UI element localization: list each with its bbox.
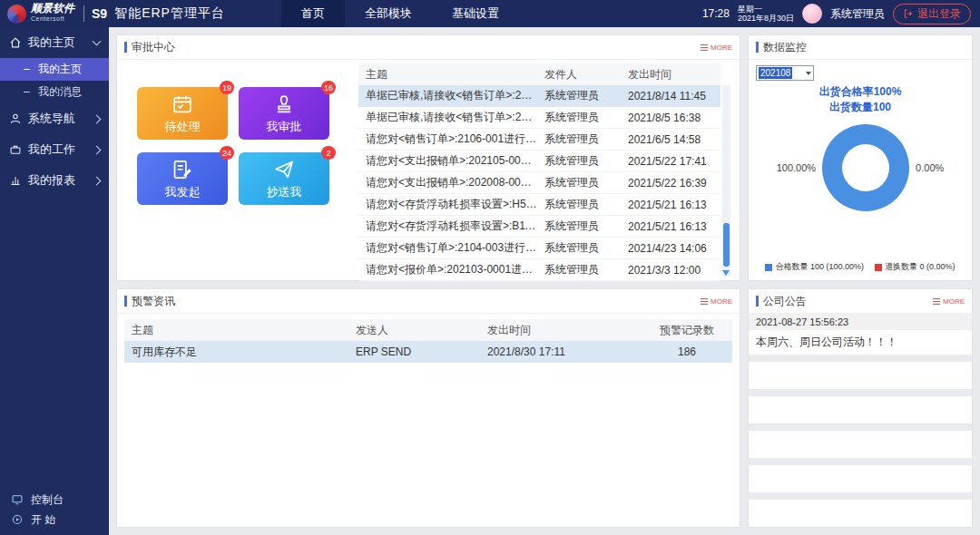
row-sender: 系统管理员 bbox=[544, 88, 628, 103]
top-header: 顺景软件 Centersoft S9 智能ERP管理平台 首页 全部模块 基础设… bbox=[0, 0, 980, 27]
row-subject: 单据已审核,请接收<销售订单>:2105-001 bbox=[358, 88, 544, 103]
home-icon bbox=[9, 36, 23, 49]
donut-chart bbox=[822, 124, 909, 211]
console-label: 控制台 bbox=[31, 492, 64, 508]
announcements-more-link[interactable]: MORE bbox=[933, 297, 965, 306]
table-row[interactable]: 请您对<报价单>:202103-0001进行[审核] 系统管理员 2021/3/… bbox=[358, 259, 720, 281]
approval-center-panel: 审批中心 MORE 19 待处理 bbox=[116, 34, 740, 281]
table-row[interactable]: 单据已审核,请接收<销售订单>:2104-002 系统管理员 2021/8/5 … bbox=[358, 107, 720, 129]
console-button[interactable]: 控制台 bbox=[0, 490, 109, 510]
tile-label: 我发起 bbox=[165, 184, 201, 200]
pending-tasks-icon bbox=[171, 92, 194, 116]
more-label: MORE bbox=[943, 297, 965, 306]
table-row[interactable]: 单据已审核,请接收<销售订单>:2105-001 系统管理员 2021/8/14… bbox=[358, 85, 720, 107]
legend-label: 合格数量 100 (100.00%) bbox=[775, 261, 864, 273]
table-row[interactable]: 请您对<存货浮动耗损率设置>:B11000001进行[审核] 系统管理员 202… bbox=[358, 216, 720, 238]
tab-basic-settings[interactable]: 基础设置 bbox=[432, 0, 519, 27]
user-avatar[interactable] bbox=[802, 4, 822, 24]
announcement-time: 2021-08-27 15:56:23 bbox=[749, 314, 972, 330]
start-button[interactable]: 开 始 bbox=[0, 510, 109, 530]
announcement-placeholder bbox=[749, 465, 972, 492]
badge-count: 2 bbox=[321, 146, 336, 160]
sidebar-item-my-home[interactable]: 我的主页 bbox=[0, 27, 109, 58]
table-row[interactable]: 请您对<销售订单>:2106-001进行[一审] 系统管理员 2021/6/5 … bbox=[358, 129, 720, 151]
table-row[interactable]: 请您对<销售订单>:2104-003进行[一审] 系统管理员 2021/4/23… bbox=[358, 238, 720, 259]
row-record-count: 186 bbox=[642, 345, 732, 358]
table-row[interactable]: 请您对<存货浮动耗损率设置>:H54R1S006002进行[审核] 系统管理员 … bbox=[358, 194, 720, 216]
table-row[interactable]: 请您对<支出报销单>:202105-0002进行[审核] 系统管理员 2021/… bbox=[358, 151, 720, 172]
start-label: 开 始 bbox=[31, 512, 55, 528]
panel-title: 公司公告 bbox=[763, 294, 807, 309]
row-sender: 系统管理员 bbox=[544, 240, 628, 256]
row-subject: 请您对<销售订单>:2106-001进行[一审] bbox=[358, 131, 544, 147]
tile-cc-me[interactable]: 2 抄送我 bbox=[239, 152, 329, 205]
table-row[interactable]: 请您对<支出报销单>:202008-0001进行[审核] 系统管理员 2021/… bbox=[358, 172, 720, 194]
scroll-down-arrow-icon[interactable] bbox=[722, 270, 730, 276]
panel-accent-bar bbox=[124, 296, 127, 306]
approval-more-link[interactable]: MORE bbox=[701, 44, 732, 52]
shipment-pass-rate: 出货合格率100% bbox=[756, 84, 965, 100]
row-sender: 系统管理员 bbox=[544, 131, 628, 147]
chevron-down-icon bbox=[93, 37, 102, 46]
sidebar-item-system-nav[interactable]: 系统导航 bbox=[0, 103, 109, 134]
alerts-more-link[interactable]: MORE bbox=[701, 297, 732, 306]
tile-pending[interactable]: 19 待处理 bbox=[137, 87, 228, 140]
tab-home[interactable]: 首页 bbox=[281, 0, 345, 27]
divider bbox=[83, 5, 84, 22]
row-sender: 系统管理员 bbox=[544, 219, 628, 234]
badge-count: 24 bbox=[220, 146, 234, 160]
tile-my-approvals[interactable]: 16 我审批 bbox=[239, 87, 329, 140]
sidebar-item-my-reports[interactable]: 我的报表 bbox=[0, 165, 109, 196]
tile-my-initiated[interactable]: 24 我发起 bbox=[137, 152, 228, 205]
more-label: MORE bbox=[710, 297, 732, 306]
tile-label: 我审批 bbox=[267, 119, 302, 135]
select-dropdown-arrow-icon bbox=[806, 72, 811, 75]
announcement-item[interactable]: 2021-08-27 15:56:23 本周六、周日公司活动！！！ bbox=[749, 314, 972, 355]
tile-label: 抄送我 bbox=[267, 184, 302, 200]
approve-stamp-icon bbox=[272, 92, 296, 116]
announcement-placeholder bbox=[749, 431, 972, 458]
legend-label: 退换数量 0 (0.00%) bbox=[885, 261, 956, 273]
period-select-value: 202108 bbox=[759, 67, 792, 79]
row-subject: 请您对<销售订单>:2104-003进行[一审] bbox=[358, 240, 544, 256]
panel-accent-bar bbox=[756, 42, 759, 53]
chevron-right-icon bbox=[93, 114, 102, 123]
panel-accent-bar bbox=[124, 42, 127, 53]
announcement-text: 本周六、周日公司活动！！！ bbox=[749, 330, 972, 355]
column-sender: 发件人 bbox=[544, 67, 628, 83]
brand-swirl-icon bbox=[7, 5, 26, 24]
period-select[interactable]: 202108 bbox=[756, 65, 814, 81]
logout-icon bbox=[903, 8, 914, 19]
more-icon bbox=[701, 298, 708, 305]
donut-right-label: 0.00% bbox=[916, 162, 944, 173]
panel-accent-bar bbox=[756, 296, 759, 306]
column-time: 发出时间 bbox=[487, 323, 642, 338]
sidebar-item-my-work[interactable]: 我的工作 bbox=[0, 134, 109, 165]
start-icon bbox=[11, 513, 24, 526]
alerts-table: 主题 发送人 发出时间 预警记录数 可用库存不足 ERP SEND 2021/8… bbox=[124, 319, 732, 363]
sidebar-item-label: 我的报表 bbox=[28, 172, 75, 189]
row-time: 2021/8/5 16:38 bbox=[628, 112, 720, 124]
approval-tiles: 19 待处理 16 我审批 bbox=[117, 60, 351, 280]
row-sender: 系统管理员 bbox=[544, 175, 628, 190]
user-icon bbox=[9, 112, 23, 125]
row-subject: 请您对<支出报销单>:202008-0001进行[审核] bbox=[358, 175, 544, 190]
table-scrollbar[interactable] bbox=[722, 85, 730, 277]
row-subject: 可用库存不足 bbox=[124, 345, 356, 360]
more-label: MORE bbox=[710, 44, 732, 52]
data-monitor-panel: 数据监控 202108 出货合格率100% 出货数量100 100.00% 0.… bbox=[748, 34, 973, 281]
logout-button[interactable]: 退出登录 bbox=[893, 4, 971, 24]
logout-label: 退出登录 bbox=[917, 6, 961, 22]
tab-all-modules[interactable]: 全部模块 bbox=[345, 0, 432, 27]
table-row[interactable]: 可用库存不足 ERP SEND 2021/8/30 17:11 186 bbox=[124, 341, 732, 363]
compose-icon bbox=[171, 158, 194, 181]
sidebar-subitem-my-home[interactable]: 我的主页 bbox=[0, 58, 109, 81]
row-time: 2021/5/22 17:41 bbox=[628, 155, 720, 168]
date: 2021年8月30日 bbox=[738, 14, 794, 23]
scrollbar-thumb[interactable] bbox=[723, 223, 730, 267]
badge-count: 19 bbox=[220, 81, 234, 94]
row-time: 2021/4/23 14:06 bbox=[628, 242, 720, 255]
sidebar-subitem-my-messages[interactable]: 我的消息 bbox=[0, 81, 109, 103]
briefcase-icon bbox=[9, 143, 23, 156]
main-content: 审批中心 MORE 19 待处理 bbox=[109, 27, 980, 535]
